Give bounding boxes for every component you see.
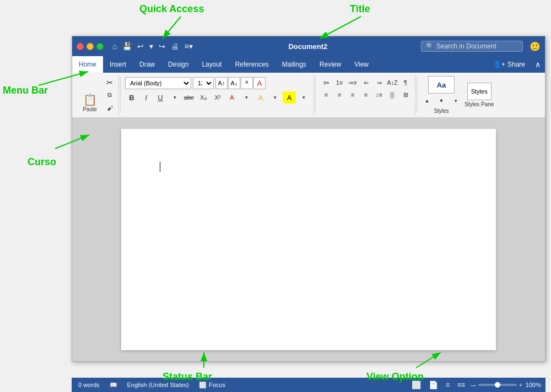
clear-format-button[interactable]: ᴬ — [241, 77, 253, 89]
ribbon-separator-2 — [315, 77, 316, 113]
print-layout-button[interactable]: ⬜ — [409, 379, 423, 390]
undo-icon[interactable]: ↩ — [135, 41, 146, 52]
highlight-dropdown[interactable]: ▾ — [240, 91, 253, 104]
zoom-increase-icon: + — [519, 382, 522, 388]
align-left-button[interactable]: ≡ — [320, 89, 332, 100]
word-window: ⌂ 💾 ↩ ▾ ↪ 🖨 ≡▾ Document2 🔍 Search in Doc… — [72, 36, 545, 362]
bold-button[interactable]: B — [125, 91, 138, 104]
subscript-button[interactable]: X₂ — [197, 91, 210, 104]
menu-item-design[interactable]: Design — [161, 56, 195, 73]
title-bar: ⌂ 💾 ↩ ▾ ↪ 🖨 ≡▾ Document2 🔍 Search in Doc… — [72, 36, 545, 56]
font-color-dropdown[interactable]: ▾ — [268, 91, 282, 104]
svg-text:Title: Title — [350, 3, 370, 14]
font-color-button[interactable]: A — [254, 91, 267, 104]
align-right-button[interactable]: ≡ — [347, 89, 359, 100]
decrease-font-size-button[interactable]: A↓ — [228, 77, 240, 89]
maximize-button[interactable] — [96, 43, 104, 50]
status-bar: 0 words 📖 English (United States) ⬜ Focu… — [72, 378, 545, 392]
menu-item-draw[interactable]: Draw — [133, 56, 161, 73]
zoom-slider[interactable]: — + — [471, 382, 522, 388]
styles-preview: Aa — [428, 76, 455, 94]
read-mode-button[interactable]: 📄 — [426, 379, 440, 390]
svg-text:Menu Bar: Menu Bar — [3, 85, 48, 96]
focus-icon: ⬜ — [199, 382, 207, 389]
sort-button[interactable]: A↕Z — [386, 77, 398, 88]
menu-item-mailings[interactable]: Mailings — [276, 56, 313, 73]
para-row-1: ≡• 1≡ ⇒≡ ⇐ ⇒ A↕Z ¶ — [320, 77, 412, 88]
document-page[interactable] — [121, 129, 496, 350]
document-area[interactable] — [72, 118, 545, 361]
menu-item-layout[interactable]: Layout — [195, 56, 228, 73]
borders-button[interactable]: ⊞ — [399, 89, 412, 100]
underline-button[interactable]: U — [154, 91, 167, 104]
search-box[interactable]: 🔍 Search in Document — [421, 41, 523, 52]
increase-indent-button[interactable]: ⇒ — [373, 77, 385, 88]
customize-qa-icon[interactable]: ≡▾ — [182, 41, 195, 52]
svg-line-4 — [320, 17, 361, 39]
font-group: Arial (Body) 12 A↑ A↓ ᴬ A B I U ▾ abe X₂ — [122, 75, 314, 115]
outline-view-button[interactable]: ≡≡ — [455, 380, 467, 390]
strikethrough-button[interactable]: abe — [182, 91, 196, 104]
quick-access-toolbar: ⌂ 💾 ↩ ▾ ↪ 🖨 ≡▾ — [110, 41, 195, 52]
highlight-color-button[interactable]: A — [225, 91, 239, 104]
print-icon[interactable]: 🖨 — [169, 41, 181, 52]
styles-down-button[interactable]: ▼ — [435, 95, 448, 107]
styles-expand-button[interactable]: ▾ — [449, 95, 462, 107]
home-icon[interactable]: ⌂ — [110, 41, 119, 52]
justify-button[interactable]: ≡ — [360, 89, 372, 100]
show-hide-button[interactable]: ¶ — [399, 77, 412, 88]
copy-button[interactable]: ⧉ — [103, 89, 116, 101]
minimize-button[interactable] — [87, 43, 94, 50]
list-view-button[interactable]: ≡ — [444, 380, 452, 390]
text-highlight-dropdown[interactable]: ▾ — [297, 91, 310, 104]
menu-item-review[interactable]: Review — [313, 56, 348, 73]
increase-font-size-button[interactable]: A↑ — [215, 77, 228, 89]
ribbon-separator-3 — [417, 77, 417, 113]
font-size-buttons: A↑ A↓ ᴬ A — [215, 77, 266, 89]
paste-split-buttons: ✂ ⧉ 🖌 — [103, 77, 116, 114]
font-row: Arial (Body) 12 A↑ A↓ ᴬ A — [125, 77, 266, 89]
line-spacing-button[interactable]: ↕≡ — [373, 89, 385, 100]
paste-icon: 📋 — [83, 94, 97, 105]
text-effects-button[interactable]: A — [253, 77, 266, 89]
cut-button[interactable]: ✂ — [103, 77, 116, 89]
numbering-button[interactable]: 1≡ — [333, 77, 345, 88]
font-name-select[interactable]: Arial (Body) — [125, 77, 191, 89]
italic-button[interactable]: I — [139, 91, 153, 104]
word-count[interactable]: 0 words — [76, 380, 102, 389]
styles-group: Aa ▲ ▼ ▾ Styles Styles Styles Pane — [418, 75, 496, 115]
focus-label: Focus — [209, 382, 225, 388]
styles-up-button[interactable]: ▲ — [420, 95, 434, 107]
menu-item-references[interactable]: References — [228, 56, 275, 73]
close-button[interactable] — [77, 43, 84, 50]
emoji-button[interactable]: 🙂 — [530, 41, 541, 52]
paragraph-buttons: ≡• 1≡ ⇒≡ ⇐ ⇒ A↕Z ¶ ≡ ≡ ≡ ≡ ↕≡ ▒ ⊞ — [320, 77, 412, 100]
svg-text:Quick Access: Quick Access — [139, 3, 204, 14]
underline-dropdown[interactable]: ▾ — [168, 91, 181, 104]
proofing-icon[interactable]: 📖 — [107, 380, 120, 390]
status-bar-right: ⬜ 📄 ≡ ≡≡ — + 100% — [409, 379, 541, 390]
superscript-button[interactable]: X² — [211, 91, 224, 104]
redo-icon[interactable]: ↪ — [156, 41, 168, 52]
align-center-button[interactable]: ≡ — [333, 89, 345, 100]
save-icon[interactable]: 💾 — [120, 41, 134, 52]
text-highlight-button[interactable]: A — [283, 91, 296, 104]
language[interactable]: English (United States) — [125, 380, 192, 389]
menu-item-insert[interactable]: Insert — [103, 56, 133, 73]
focus-mode[interactable]: ⬜ Focus — [197, 380, 228, 390]
menu-item-home[interactable]: Home — [72, 56, 103, 73]
collapse-ribbon-button[interactable]: ∧ — [531, 60, 545, 69]
multilevel-list-button[interactable]: ⇒≡ — [347, 77, 359, 88]
paste-group: 📋 Paste ✂ ⧉ 🖌 — [75, 75, 119, 115]
font-size-select[interactable]: 12 — [193, 77, 214, 89]
zoom-thumb — [495, 382, 500, 388]
share-button[interactable]: 👤+ Share — [488, 61, 531, 68]
paste-button[interactable]: 📋 Paste — [78, 92, 102, 114]
decrease-indent-button[interactable]: ⇐ — [360, 77, 372, 88]
cursor — [160, 162, 160, 172]
bullets-button[interactable]: ≡• — [320, 77, 332, 88]
menu-item-view[interactable]: View — [348, 56, 375, 73]
format-painter-button[interactable]: 🖌 — [103, 102, 116, 114]
shading-button[interactable]: ▒ — [386, 89, 398, 100]
undo-dropdown-icon[interactable]: ▾ — [147, 41, 155, 52]
